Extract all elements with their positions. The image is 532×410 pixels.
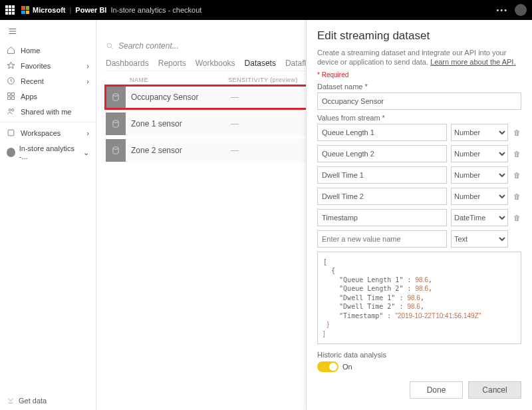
sidebar-item-shared[interactable]: Shared with me <box>0 104 96 119</box>
delete-icon[interactable]: 🗑 <box>512 171 521 179</box>
value-type-select[interactable]: Number <box>451 188 508 205</box>
app-launcher-icon[interactable] <box>5 5 15 15</box>
tab-reports[interactable]: Reports <box>158 59 186 68</box>
required-note: * Required <box>317 71 521 79</box>
value-name-input[interactable] <box>317 124 447 141</box>
new-value-input[interactable] <box>317 230 447 248</box>
delete-icon[interactable]: 🗑 <box>512 150 521 158</box>
new-value-type-select[interactable]: Text <box>451 230 508 248</box>
panel-title: Edit streaming dataset <box>317 29 521 43</box>
done-button[interactable]: Done <box>410 381 463 399</box>
value-name-input[interactable] <box>317 145 447 162</box>
brand-label: Microsoft <box>33 6 66 14</box>
product-label: Power BI <box>75 6 106 14</box>
value-name-input[interactable] <box>317 209 447 226</box>
tab-datasets[interactable]: Datasets <box>245 59 276 68</box>
value-name-input[interactable] <box>317 166 447 184</box>
dataset-icon <box>106 112 126 135</box>
sidebar-item-workspaces[interactable]: Workspaces› <box>0 125 96 140</box>
svg-rect-4 <box>12 97 15 100</box>
historic-toggle[interactable] <box>317 361 338 372</box>
hamburger-icon[interactable] <box>0 24 96 43</box>
svg-rect-3 <box>8 97 11 100</box>
delete-icon[interactable]: 🗑 <box>512 214 521 222</box>
delete-icon[interactable]: 🗑 <box>512 192 521 200</box>
value-type-select[interactable]: Number <box>451 124 508 141</box>
sidebar: Home Favorites› Recent› Apps Shared with… <box>0 20 96 410</box>
value-type-select[interactable]: Number <box>451 145 508 162</box>
column-sensitivity: SENSITIVITY (preview) <box>228 77 298 83</box>
get-data-link[interactable]: Get data <box>7 397 47 405</box>
chevron-down-icon: ⌄ <box>83 148 89 157</box>
workspace-title: In-store analytics - checkout <box>110 6 201 14</box>
edit-streaming-panel: Edit streaming dataset Create a streamin… <box>306 20 532 410</box>
svg-rect-1 <box>8 93 11 96</box>
svg-point-11 <box>113 147 118 150</box>
tab-workbooks[interactable]: Workbooks <box>196 59 235 68</box>
panel-description: Create a streaming dataset and integrate… <box>317 48 521 67</box>
dataset-name-input[interactable] <box>317 93 521 110</box>
values-from-stream-label: Values from stream * <box>317 114 521 122</box>
sidebar-current-workspace[interactable]: In-store analytics -...⌄ <box>0 140 96 164</box>
column-name: NAME <box>130 77 148 83</box>
sidebar-item-recent[interactable]: Recent› <box>0 73 96 89</box>
json-preview: [ { "Queue Length 1" : 98.6, "Queue Leng… <box>317 252 521 345</box>
workspace-badge-icon <box>7 148 15 157</box>
historic-state: On <box>342 363 352 371</box>
value-name-input[interactable] <box>317 188 447 205</box>
microsoft-logo-icon <box>21 6 29 14</box>
svg-point-5 <box>9 109 11 111</box>
top-bar: Microsoft | Power BI In-store analytics … <box>0 0 532 20</box>
tab-dashboards[interactable]: Dashboards <box>106 59 149 68</box>
avatar[interactable] <box>515 4 527 16</box>
value-type-select[interactable]: Number <box>451 166 508 184</box>
chevron-right-icon: › <box>86 62 89 70</box>
sidebar-item-home[interactable]: Home <box>0 43 96 58</box>
chevron-right-icon: › <box>86 129 89 137</box>
svg-point-8 <box>107 43 112 48</box>
sidebar-item-apps[interactable]: Apps <box>0 89 96 104</box>
value-type-select[interactable]: DateTime <box>451 209 508 226</box>
dataset-icon <box>106 86 126 108</box>
dataset-name-label: Dataset name * <box>317 83 521 91</box>
delete-icon[interactable]: 🗑 <box>512 128 521 136</box>
svg-rect-2 <box>12 93 15 96</box>
more-icon[interactable]: ••• <box>496 6 508 14</box>
svg-rect-7 <box>8 130 14 136</box>
chevron-right-icon: › <box>86 77 89 85</box>
svg-point-9 <box>113 94 118 97</box>
sidebar-item-favorites[interactable]: Favorites› <box>0 58 96 73</box>
historic-label: Historic data analysis <box>317 351 521 359</box>
svg-point-6 <box>12 109 14 111</box>
learn-more-link[interactable]: Learn more about the API. <box>430 58 515 66</box>
cancel-button[interactable]: Cancel <box>468 381 521 399</box>
dataset-icon <box>106 139 126 162</box>
svg-point-10 <box>113 120 118 123</box>
